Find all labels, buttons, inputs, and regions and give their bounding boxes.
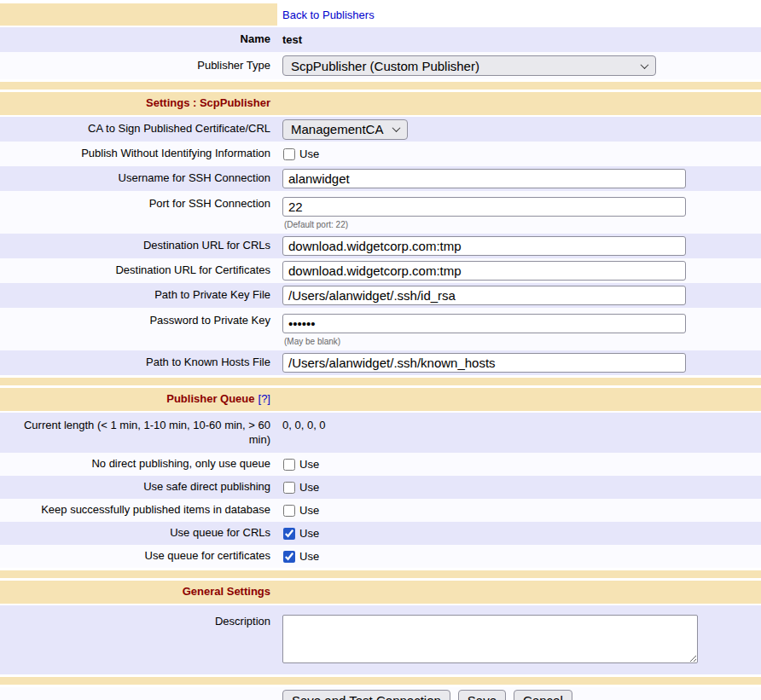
settings-section-header: Settings : ScpPublisher [0,92,761,115]
publisher-type-row: Publisher Type ScpPublisher (Custom Publ… [0,52,761,79]
use-label: Use [299,504,319,517]
settings-section-title: Settings : ScpPublisher [146,96,270,109]
ssh-username-row: Username for SSH Connection [0,166,761,191]
ssh-port-note: (Default port: 22) [282,220,348,229]
ca-selected-value: ManagementCA [291,122,383,136]
ssh-username-label: Username for SSH Connection [0,168,277,189]
private-key-password-input[interactable] [282,314,686,333]
section-divider [0,82,761,90]
chevron-down-icon [392,124,401,132]
publisher-type-selected-value: ScpPublisher (Custom Publisher) [291,59,479,73]
known-hosts-path-label: Path to Known Hosts File [0,352,277,373]
queue-help-link[interactable]: [?] [259,392,270,405]
name-value: test [277,32,761,48]
cancel-button[interactable]: Cancel [514,690,572,700]
keep-published-items-label: Keep successfully published items in dat… [0,500,277,521]
known-hosts-path-row: Path to Known Hosts File [0,350,761,375]
back-link-row: Back to Publishers [0,3,761,26]
private-key-password-label: Password to Private Key [0,308,277,332]
private-key-path-label: Path to Private Key File [0,285,277,306]
use-label: Use [299,481,319,494]
crl-destination-input[interactable] [282,236,686,256]
use-label: Use [299,148,319,160]
no-direct-publishing-label: No direct publishing, only use queue [0,454,277,475]
save-and-test-connection-button[interactable]: Save and Test Connection [282,690,450,700]
top-cream-spacer [0,3,277,26]
publisher-type-label: Publisher Type [0,55,277,77]
general-section-header: General Settings [0,581,761,604]
private-key-path-row: Path to Private Key File [0,283,761,308]
safe-direct-publishing-row: Use safe direct publishing Use [0,476,761,499]
publish-without-info-label: Publish Without Identifying Information [0,143,277,165]
no-direct-publishing-checkbox[interactable] [283,459,295,471]
crl-destination-row: Destination URL for CRLs [0,234,761,258]
publisher-type-select[interactable]: ScpPublisher (Custom Publisher) [282,55,656,76]
description-textarea[interactable] [282,615,698,663]
publish-without-info-checkbox[interactable] [283,148,295,160]
cert-destination-label: Destination URL for Certificates [0,260,277,281]
queue-length-label: Current length (< 1 min, 1-10 min, 10-60… [0,413,277,451]
save-button[interactable]: Save [458,690,506,700]
ssh-port-row: Port for SSH Connection (Default port: 2… [0,191,761,234]
queue-section-title: Publisher Queue [166,392,254,405]
queue-for-certificates-label: Use queue for certificates [0,546,277,567]
name-row: Name test [0,27,761,52]
queue-section-header: Publisher Queue[?] [0,388,761,411]
publisher-edit-page: Back to Publishers Name test Publisher T… [0,3,761,700]
no-direct-publishing-row: No direct publishing, only use queue Use [0,453,761,476]
queue-for-crls-checkbox[interactable] [283,528,295,540]
ssh-username-input[interactable] [282,169,686,188]
ssh-port-label: Port for SSH Connection [0,191,277,215]
queue-for-certificates-row: Use queue for certificates Use [0,545,761,568]
ca-to-sign-select[interactable]: ManagementCA [282,119,408,140]
known-hosts-path-input[interactable] [282,353,686,373]
safe-direct-publishing-label: Use safe direct publishing [0,477,277,498]
private-key-password-row: Password to Private Key (May be blank) [0,308,761,350]
queue-for-certificates-checkbox[interactable] [283,551,295,563]
section-divider [0,378,761,385]
queue-for-crls-label: Use queue for CRLs [0,523,277,544]
queue-length-row: Current length (< 1 min, 1-10 min, 10-60… [0,413,761,453]
ssh-port-input[interactable] [282,197,686,217]
section-divider [0,570,761,578]
private-key-path-input[interactable] [282,286,686,305]
use-label: Use [299,527,319,540]
description-label: Description [0,609,277,633]
description-row: Description [0,605,761,674]
ca-to-sign-row: CA to Sign Published Certificate/CRL Man… [0,117,761,142]
keep-published-items-checkbox[interactable] [283,505,295,517]
general-section-title: General Settings [183,585,270,598]
name-label: Name [0,29,277,50]
crl-destination-label: Destination URL for CRLs [0,235,277,257]
back-to-publishers-link[interactable]: Back to Publishers [282,9,375,21]
use-label: Use [299,458,319,471]
queue-length-value: 0, 0, 0, 0 [277,413,761,433]
use-label: Use [299,550,319,563]
private-key-password-note: (May be blank) [282,337,340,346]
publish-without-info-row: Publish Without Identifying Information … [0,142,761,166]
section-divider [0,677,761,685]
cert-destination-row: Destination URL for Certificates [0,258,761,283]
ca-to-sign-label: CA to Sign Published Certificate/CRL [0,119,277,140]
action-buttons-row: Save and Test Connection Save Cancel [0,687,761,700]
chevron-down-icon [641,61,649,69]
queue-for-crls-row: Use queue for CRLs Use [0,522,761,545]
keep-published-items-row: Keep successfully published items in dat… [0,499,761,522]
cert-destination-input[interactable] [282,261,686,281]
safe-direct-publishing-checkbox[interactable] [283,482,295,494]
